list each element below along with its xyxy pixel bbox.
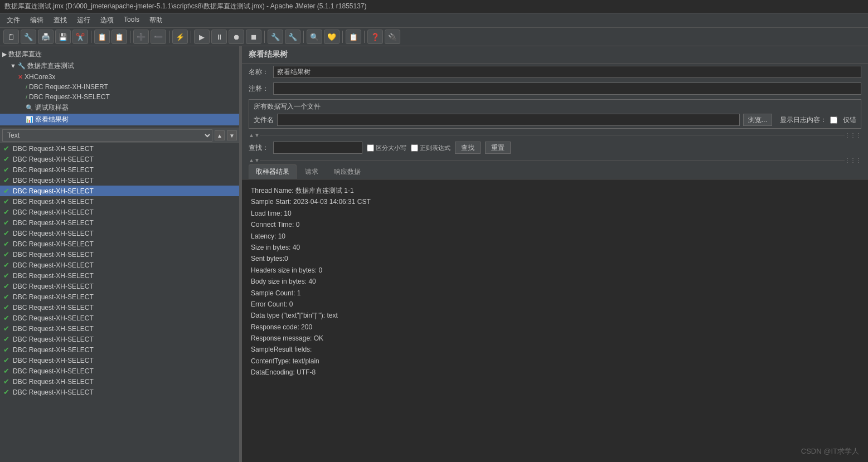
remote-stop-btn[interactable]: 🔌 [385, 30, 400, 44]
help-btn[interactable]: ❓ [367, 30, 383, 44]
tree-node-viewer[interactable]: 📊察看结果树 [0, 114, 239, 125]
result-item-label: DBC Request-XH-SELECT [13, 145, 94, 153]
result-list-item[interactable]: ✔DBC Request-XH-SELECT [0, 376, 239, 387]
name-input[interactable] [273, 66, 861, 78]
tree-node-insert[interactable]: /DBC Request-XH-INSERT [0, 82, 239, 92]
result-item-label: DBC Request-XH-SELECT [13, 335, 94, 343]
result-list-item[interactable]: ✔DBC Request-XH-SELECT [0, 217, 239, 228]
title-bar: 数据库直连测试.jmx (D:\000_jmeter\apache-jmeter… [0, 0, 868, 13]
result-list-item[interactable]: ✔DBC Request-XH-SELECT [0, 323, 239, 334]
request-icon: / [26, 84, 27, 90]
regex-checkbox[interactable] [411, 144, 418, 152]
file-label: 文件名 [254, 115, 274, 125]
stop-btn[interactable]: ⏺ [229, 30, 244, 44]
shutdown-btn[interactable]: ⏹ [246, 30, 261, 44]
tab-request[interactable]: 请求 [298, 164, 326, 179]
start-nopause-btn[interactable]: ⏸ [211, 30, 227, 44]
start-btn[interactable]: ▶ [194, 30, 210, 44]
search-input[interactable] [273, 142, 362, 154]
tree-node-test[interactable]: ▼ 🔧数据库直连测试 [0, 60, 239, 72]
result-list-item[interactable]: ✔DBC Request-XH-SELECT [0, 228, 239, 239]
paste-btn[interactable]: 📋 [111, 30, 127, 44]
template-btn[interactable]: 🔧 [21, 30, 36, 44]
new-btn[interactable]: 🗒 [3, 30, 19, 44]
result-item-label: DBC Request-XH-SELECT [13, 283, 94, 290]
menu-item-运行[interactable]: 运行 [72, 14, 95, 26]
result-line: Size in bytes: 40 [251, 242, 859, 253]
result-list-item[interactable]: ✔DBC Request-XH-SELECT [0, 164, 239, 175]
result-list-item[interactable]: ✔DBC Request-XH-SELECT [0, 281, 239, 291]
result-line: Sample Start: 2023-04-03 14:06:31 CST [251, 196, 859, 207]
drag-icon-2: ⋮⋮⋮ [845, 157, 861, 163]
expand-btn[interactable]: ➕ [133, 30, 149, 44]
result-list-item[interactable]: ✔DBC Request-XH-SELECT [0, 249, 239, 260]
comment-input[interactable] [273, 82, 861, 95]
drag-icon-1: ⋮⋮⋮ [845, 132, 861, 138]
result-list-item[interactable]: ✔DBC Request-XH-SELECT [0, 260, 239, 270]
menu-item-文件[interactable]: 文件 [2, 14, 25, 26]
open-btn[interactable]: 🖨️ [38, 30, 54, 44]
success-icon: ✔ [3, 155, 9, 163]
clear-all-btn[interactable]: 🔧 [285, 30, 300, 44]
reset-button[interactable]: 重置 [485, 142, 511, 154]
menu-item-Tools[interactable]: Tools [119, 14, 144, 26]
collapse-btn[interactable]: ➖ [151, 30, 166, 44]
result-item-label: DBC Request-XH-SELECT [13, 187, 94, 195]
copy-btn[interactable]: 📋 [94, 30, 110, 44]
title-text: 数据库直连测试.jmx (D:\000_jmeter\apache-jmeter… [4, 2, 367, 10]
toolbar-separator [130, 31, 130, 43]
result-list-item[interactable]: ✔DBC Request-XH-SELECT [0, 302, 239, 313]
highlight-btn[interactable]: 💛 [324, 30, 340, 44]
clear-btn[interactable]: 🔧 [268, 30, 283, 44]
result-item-label: DBC Request-XH-SELECT [13, 230, 94, 237]
success-icon: ✔ [3, 356, 9, 364]
menu-item-帮助[interactable]: 帮助 [145, 14, 167, 26]
result-list-item[interactable]: ✔DBC Request-XH-SELECT [0, 313, 239, 323]
success-icon: ✔ [3, 388, 9, 396]
result-list-item[interactable]: ✔DBC Request-XH-SELECT [0, 154, 239, 164]
result-list-item[interactable]: ✔DBC Request-XH-SELECT [0, 387, 239, 397]
result-list-item[interactable]: ✔DBC Request-XH-SELECT [0, 270, 239, 281]
cut-btn[interactable]: ✂️ [72, 30, 88, 44]
result-list[interactable]: ✔DBC Request-XH-SELECT✔DBC Request-XH-SE… [0, 143, 239, 462]
tab-sampler-result[interactable]: 取样器结果 [249, 164, 297, 179]
result-list-item[interactable]: ✔DBC Request-XH-SELECT [0, 175, 239, 186]
result-list-item[interactable]: ✔DBC Request-XH-SELECT [0, 239, 239, 249]
search-btn[interactable]: 🔍 [307, 30, 322, 44]
toolbar: 🗒🔧🖨️💾✂️📋📋➕➖⚡▶⏸⏺⏹🔧🔧🔍💛📋❓🔌 [0, 28, 868, 46]
result-type-dropdown[interactable]: Text RegExp Tester CSS/JQuery Tester XPa… [2, 129, 212, 142]
menu-item-查找[interactable]: 查找 [49, 14, 71, 26]
tree-node-sampler[interactable]: 🔍调试取样器 [0, 102, 239, 114]
result-list-item[interactable]: ✔DBC Request-XH-SELECT [0, 355, 239, 366]
result-item-label: DBC Request-XH-SELECT [13, 367, 94, 375]
tree-area: ▶数据库直连▼ 🔧数据库直连测试✕XHCore3x/DBC Request-XH… [0, 46, 239, 128]
result-list-item[interactable]: ✔DBC Request-XH-SELECT [0, 344, 239, 355]
case-checkbox[interactable] [367, 144, 374, 152]
result-line: Load time: 10 [251, 208, 859, 219]
find-button[interactable]: 查找 [455, 142, 481, 154]
scroll-down-btn[interactable]: ▼ [227, 130, 237, 140]
result-list-item[interactable]: ✔DBC Request-XH-SELECT [0, 196, 239, 207]
log-checkbox[interactable] [830, 116, 837, 124]
menu-item-选项[interactable]: 选项 [96, 14, 118, 26]
result-list-item[interactable]: ✔DBC Request-XH-SELECT [0, 186, 239, 196]
save-btn[interactable]: 💾 [55, 30, 71, 44]
result-item-label: DBC Request-XH-SELECT [13, 251, 94, 259]
result-list-item[interactable]: ✔DBC Request-XH-SELECT [0, 207, 239, 217]
menu-item-编辑[interactable]: 编辑 [26, 14, 48, 26]
file-input[interactable] [277, 114, 740, 126]
tree-node-label: 数据库直连测试 [27, 61, 74, 71]
remote-start-btn[interactable]: 📋 [346, 30, 361, 44]
scroll-up-btn[interactable]: ▲ [215, 130, 225, 140]
success-icon: ✔ [3, 176, 9, 184]
browse-button[interactable]: 浏览... [743, 114, 772, 126]
tab-response-data[interactable]: 响应数据 [327, 164, 368, 179]
result-list-item[interactable]: ✔DBC Request-XH-SELECT [0, 291, 239, 302]
result-list-item[interactable]: ✔DBC Request-XH-SELECT [0, 366, 239, 376]
tree-node-xhcore[interactable]: ✕XHCore3x [0, 72, 239, 82]
result-list-item[interactable]: ✔DBC Request-XH-SELECT [0, 334, 239, 344]
result-list-item[interactable]: ✔DBC Request-XH-SELECT [0, 143, 239, 154]
tree-node-select[interactable]: /DBC Request-XH-SELECT [0, 92, 239, 102]
tree-node-root[interactable]: ▶数据库直连 [0, 48, 239, 60]
toggle-btn[interactable]: ⚡ [172, 30, 188, 44]
